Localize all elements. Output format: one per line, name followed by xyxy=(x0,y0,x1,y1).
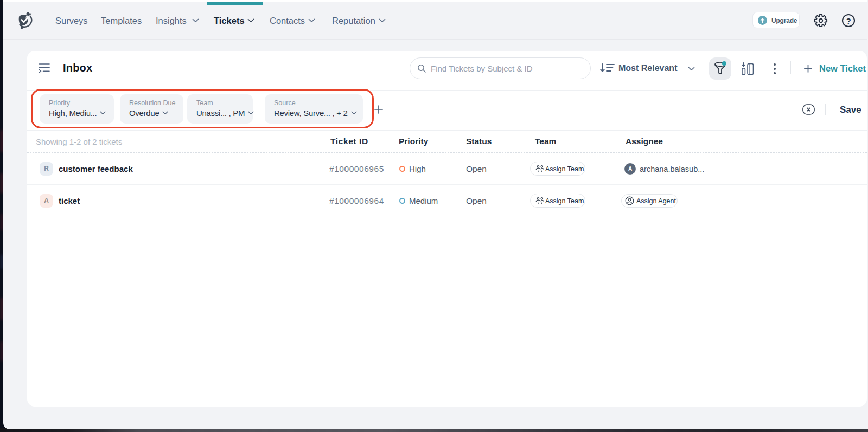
svg-text:?: ? xyxy=(846,16,851,25)
